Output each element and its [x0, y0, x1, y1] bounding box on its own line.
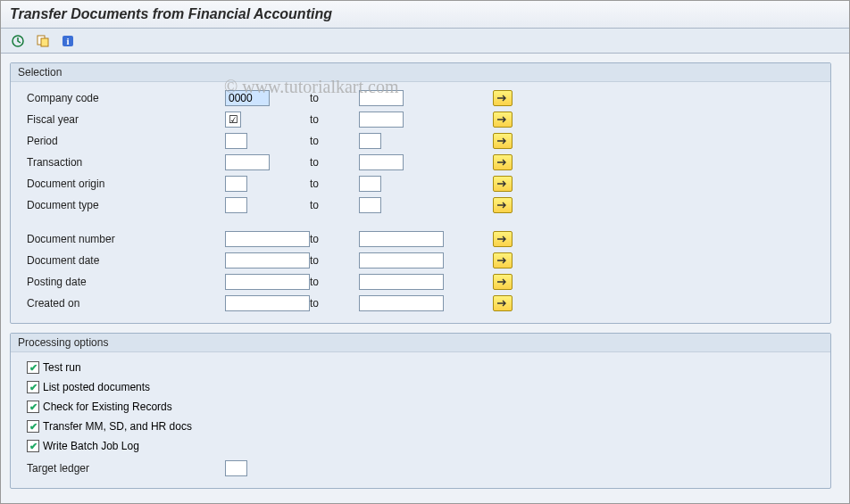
- field-label: Posting date: [20, 276, 225, 288]
- checkbox[interactable]: [27, 381, 39, 393]
- selection-row-a-5: Document type to: [20, 194, 821, 216]
- a-from-input-1[interactable]: [225, 112, 241, 128]
- target-ledger-row: Target ledger: [20, 458, 821, 479]
- b-from-input-3[interactable]: [225, 295, 310, 311]
- field-label: Period: [20, 135, 225, 147]
- multiple-selection-button[interactable]: [493, 176, 512, 192]
- to-label: to: [310, 92, 359, 104]
- processing-check-3: Transfer MM, SD, and HR docs: [20, 417, 821, 436]
- field-label: Fiscal year: [20, 113, 225, 126]
- a-to-input-5[interactable]: [359, 197, 381, 213]
- to-label: to: [310, 199, 359, 211]
- b-from-input-2[interactable]: [225, 274, 310, 290]
- to-label: to: [310, 135, 359, 147]
- checkbox-label: Write Batch Job Log: [43, 440, 139, 452]
- checkbox[interactable]: [27, 420, 39, 433]
- checkbox[interactable]: [27, 440, 39, 452]
- svg-text:i: i: [66, 36, 69, 46]
- to-label: to: [310, 233, 359, 245]
- to-label: to: [310, 297, 359, 310]
- arrow-right-icon: [496, 235, 509, 244]
- selection-row-a-1: Fiscal year to: [20, 109, 821, 130]
- checkbox[interactable]: [27, 361, 39, 374]
- to-label: to: [310, 178, 359, 190]
- processing-check-0: Test run: [20, 358, 821, 377]
- arrow-right-icon: [496, 158, 509, 167]
- b-from-input-0[interactable]: [225, 231, 310, 247]
- a-from-input-5[interactable]: [225, 197, 247, 213]
- toolbar: i: [1, 29, 849, 54]
- b-to-input-0[interactable]: [359, 231, 444, 247]
- arrow-right-icon: [496, 277, 509, 286]
- field-label: Created on: [20, 297, 225, 310]
- selection-group: Selection Company code to Fiscal year to…: [10, 62, 831, 324]
- to-label: to: [310, 276, 359, 288]
- arrow-right-icon: [496, 136, 509, 145]
- a-to-input-1[interactable]: [359, 112, 404, 128]
- variant-icon: [36, 34, 50, 48]
- a-from-input-2[interactable]: [225, 133, 247, 149]
- a-from-input-0[interactable]: [225, 90, 270, 106]
- b-to-input-2[interactable]: [359, 274, 444, 290]
- multiple-selection-button[interactable]: [493, 252, 512, 269]
- processing-group-title: Processing options: [11, 334, 830, 352]
- b-from-input-1[interactable]: [225, 252, 310, 269]
- multiple-selection-button[interactable]: [493, 274, 512, 290]
- multiple-selection-button[interactable]: [493, 295, 512, 311]
- selection-row-a-4: Document origin to: [20, 173, 821, 194]
- multiple-selection-button[interactable]: [493, 197, 512, 213]
- to-label: to: [310, 113, 359, 126]
- b-to-input-1[interactable]: [359, 252, 444, 269]
- field-label: Document date: [20, 254, 225, 267]
- checkbox[interactable]: [27, 401, 39, 413]
- selection-row-b-1: Document date to: [20, 250, 821, 271]
- to-label: to: [310, 254, 359, 267]
- selection-group-title: Selection: [11, 63, 830, 82]
- checkbox-label: Check for Existing Records: [43, 401, 172, 413]
- arrow-right-icon: [496, 299, 509, 308]
- info-button[interactable]: i: [58, 32, 78, 50]
- checkbox-label: Transfer MM, SD, and HR docs: [43, 420, 192, 433]
- field-label: Transaction: [20, 156, 225, 169]
- svg-rect-2: [41, 38, 48, 46]
- a-to-input-2[interactable]: [359, 133, 381, 149]
- variant-button[interactable]: [33, 32, 53, 50]
- selection-row-b-0: Document number to: [20, 228, 821, 250]
- selection-row-a-2: Period to: [20, 130, 821, 152]
- multiple-selection-button[interactable]: [493, 154, 512, 170]
- field-label: Target ledger: [20, 462, 225, 475]
- b-to-input-3[interactable]: [359, 295, 444, 311]
- target-ledger-input[interactable]: [225, 460, 247, 476]
- a-to-input-0[interactable]: [359, 90, 404, 106]
- arrow-right-icon: [496, 201, 509, 210]
- page-title: Transfer Documents from Financial Accoun…: [1, 1, 849, 29]
- selection-row-b-3: Created on to: [20, 293, 821, 314]
- arrow-right-icon: [496, 179, 509, 188]
- selection-row-b-2: Posting date to: [20, 271, 821, 293]
- arrow-right-icon: [496, 256, 509, 265]
- selection-row-a-3: Transaction to: [20, 152, 821, 173]
- a-to-input-3[interactable]: [359, 154, 404, 170]
- selection-row-a-0: Company code to: [20, 87, 821, 109]
- a-from-input-3[interactable]: [225, 154, 270, 170]
- arrow-right-icon: [496, 94, 509, 103]
- execute-button[interactable]: [8, 32, 28, 50]
- clock-icon: [11, 34, 25, 48]
- checkbox-label: List posted documents: [43, 381, 150, 393]
- multiple-selection-button[interactable]: [493, 133, 512, 149]
- checkbox-label: Test run: [43, 361, 81, 374]
- field-label: Company code: [20, 92, 225, 104]
- processing-check-2: Check for Existing Records: [20, 397, 821, 417]
- a-from-input-4[interactable]: [225, 176, 247, 192]
- field-label: Document origin: [20, 178, 225, 190]
- processing-group: Processing options Test run List posted …: [10, 333, 831, 489]
- processing-check-4: Write Batch Job Log: [20, 436, 821, 456]
- processing-check-1: List posted documents: [20, 377, 821, 397]
- info-icon: i: [61, 34, 75, 48]
- field-label: Document type: [20, 199, 225, 211]
- arrow-right-icon: [496, 115, 509, 124]
- multiple-selection-button[interactable]: [493, 90, 512, 106]
- a-to-input-4[interactable]: [359, 176, 381, 192]
- multiple-selection-button[interactable]: [493, 112, 512, 128]
- multiple-selection-button[interactable]: [493, 231, 512, 247]
